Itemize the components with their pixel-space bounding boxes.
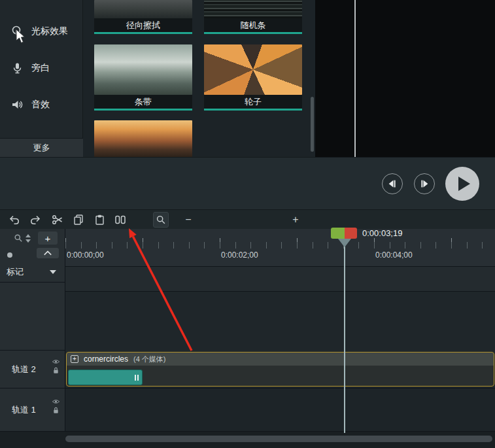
track2-lock-icon[interactable] [52, 367, 60, 374]
split-button[interactable] [112, 212, 128, 228]
markers-dropdown[interactable]: 标记 [0, 262, 65, 283]
scissors-icon [51, 213, 64, 226]
track-1-lane [65, 388, 495, 432]
previous-frame-button[interactable] [382, 173, 403, 194]
redo-button[interactable] [27, 212, 43, 228]
sidebar-more-button[interactable]: 更多 [0, 138, 83, 157]
preview-canvas [315, 0, 495, 157]
horizontal-scrollbar-thumb[interactable] [65, 436, 492, 442]
track-height-magnifier-icon[interactable] [13, 233, 24, 243]
track-label: 轨道 2 [0, 364, 36, 375]
copy-button[interactable] [71, 212, 86, 228]
media-group[interactable]: + cornercircles (4 个媒体) [66, 352, 494, 387]
redo-icon [29, 213, 42, 226]
next-frame-button[interactable] [414, 173, 435, 194]
canvas-edge-line [354, 0, 356, 157]
transition-thumb-stripes[interactable] [94, 44, 192, 95]
chevron-up-icon [43, 250, 52, 256]
chevron-down-icon [50, 270, 56, 274]
playhead-line[interactable] [344, 239, 345, 433]
transition-label: 轮子 [204, 95, 302, 111]
timeline-area: 0:00:00;00 0:00:02;00 0:00:04;00 + corne… [65, 229, 495, 448]
transition-thumb-wheel[interactable] [204, 44, 302, 95]
media-group-header: + cornercircles (4 个媒体) [67, 353, 494, 366]
library-scrollbar[interactable] [311, 97, 314, 152]
play-button[interactable] [445, 167, 479, 201]
playhead-marker[interactable] [338, 239, 351, 247]
magnifier-icon [155, 214, 167, 226]
clip-trim-grip [133, 373, 140, 381]
ruler-time-label: 0:00:02;00 [221, 250, 258, 260]
timeline-toolbar: − + [0, 209, 495, 229]
track-header-2: 轨道 2 [0, 350, 65, 388]
zoom-out-button[interactable]: − [182, 212, 195, 228]
timeline-empty-area [65, 292, 495, 350]
zoom-tool-button[interactable] [153, 212, 169, 228]
next-frame-icon [418, 177, 431, 190]
sidebar-item-narration[interactable]: 旁白 [0, 50, 83, 86]
track-label: 轨道 1 [0, 404, 36, 416]
playhead-out-handle[interactable] [345, 228, 357, 239]
play-icon [445, 167, 479, 201]
undo-button[interactable] [7, 212, 22, 228]
transition-thumb-random-bars[interactable] [204, 0, 302, 18]
marker-strip [65, 267, 495, 292]
transitions-panel: 径向擦拭 随机条 条带 轮子 [83, 0, 315, 157]
ruler-time-label: 0:00:00;00 [67, 250, 104, 260]
cursor-effects-icon [10, 25, 24, 38]
collapse-tracks-button[interactable] [37, 248, 59, 258]
transition-label: 条带 [94, 95, 192, 111]
group-expand-button[interactable]: + [71, 355, 78, 363]
markers-label: 标记 [0, 266, 24, 278]
sidebar-item-label: 旁白 [31, 62, 50, 74]
ruler-minor-ticks [65, 242, 495, 249]
track2-visibility-eye-icon[interactable] [52, 358, 60, 365]
split-icon [114, 213, 127, 226]
add-track-button[interactable]: + [38, 232, 58, 245]
group-media-count: (4 个媒体) [133, 354, 166, 364]
paste-icon [93, 213, 106, 226]
timeline-ruler[interactable]: 0:00:00;00 0:00:02;00 0:00:04;00 [65, 229, 495, 267]
transition-thumb-partial[interactable] [94, 120, 192, 157]
cut-button[interactable] [50, 212, 65, 228]
sidebar-item-cursor-effects[interactable]: 光标效果 [0, 13, 83, 50]
ruler-time-label: 0:00:04;00 [375, 250, 413, 260]
zoom-in-button[interactable]: + [289, 212, 302, 228]
copy-icon [72, 213, 85, 226]
previous-frame-icon [386, 177, 399, 190]
sidebar-item-sound-effects[interactable]: 音效 [0, 86, 83, 123]
speaker-icon [10, 98, 24, 111]
transition-label: 随机条 [204, 18, 302, 34]
playhead-time-label: 0:00:03;19 [362, 228, 402, 238]
tools-sidebar: 光标效果 旁白 音效 更多 [0, 0, 83, 157]
undo-icon [8, 213, 21, 226]
track-2-lane: + cornercircles (4 个媒体) [65, 350, 495, 388]
group-name: cornercircles [84, 354, 128, 364]
horizontal-scrollbar [65, 432, 495, 448]
playback-controls-bar [0, 157, 495, 209]
track-height-up-icon[interactable] [26, 234, 31, 237]
track1-lock-icon[interactable] [52, 407, 60, 414]
track-header-column: + 标记 轨道 2 轨道 1 [0, 229, 65, 432]
sidebar-item-label: 光标效果 [31, 26, 68, 37]
transition-label: 径向擦拭 [94, 18, 192, 34]
paste-button[interactable] [92, 212, 107, 228]
track-height-down-icon[interactable] [26, 239, 31, 243]
microphone-icon [10, 61, 24, 75]
timeline-clip[interactable] [68, 370, 143, 385]
playhead-in-handle[interactable] [331, 228, 345, 239]
track1-visibility-eye-icon[interactable] [52, 398, 60, 405]
track-header-1: 轨道 1 [0, 388, 65, 432]
sidebar-item-label: 音效 [31, 99, 50, 111]
transition-thumb-radial-wipe[interactable] [94, 0, 192, 18]
track-height-slider-dot[interactable] [7, 252, 12, 258]
app-window: 光标效果 旁白 音效 更多 径向擦拭 随机条 条带 轮子 [0, 0, 495, 448]
